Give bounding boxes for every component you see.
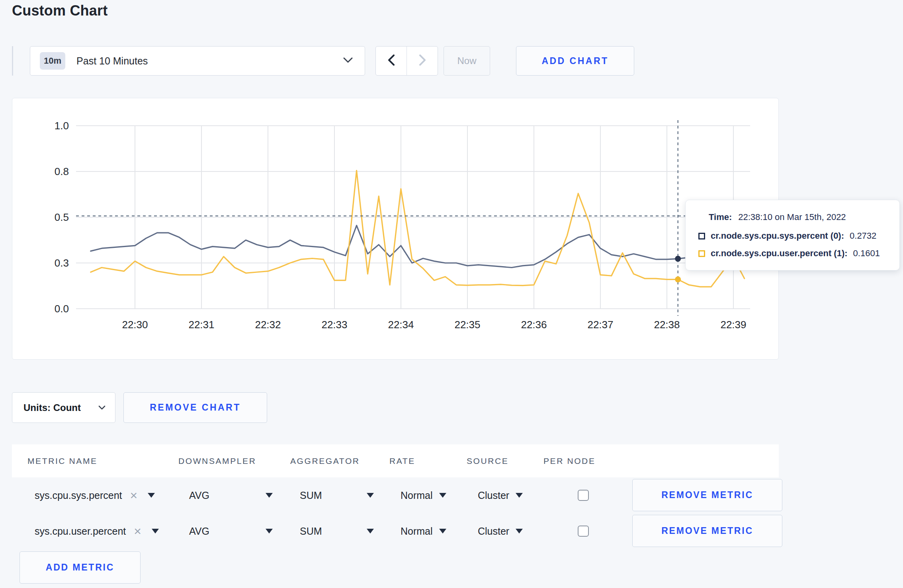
source-value: Cluster <box>478 490 509 501</box>
rate-value: Normal <box>401 526 433 537</box>
remove-metric-button[interactable]: REMOVE METRIC <box>632 515 782 547</box>
metric-row: sys.cpu.user.percent × AVG SUM Normal Cl… <box>12 513 779 549</box>
series-swatch-icon <box>698 250 705 257</box>
downsampler-select[interactable]: AVG <box>189 513 273 549</box>
metric-name-value: sys.cpu.user.percent <box>35 526 126 537</box>
svg-text:0.3: 0.3 <box>55 257 69 269</box>
downsampler-select[interactable]: AVG <box>189 477 273 513</box>
rate-value: Normal <box>401 490 433 501</box>
add-metric-button[interactable]: ADD METRIC <box>20 551 141 584</box>
svg-text:0.0: 0.0 <box>55 303 69 315</box>
metrics-line-chart[interactable]: 0.00.30.50.81.022:3022:3122:3222:3322:34… <box>12 98 779 360</box>
units-select[interactable]: Units: Count <box>12 392 115 423</box>
add-chart-button[interactable]: ADD CHART <box>516 46 634 76</box>
per-node-checkbox[interactable] <box>578 526 589 537</box>
tooltip-series-value: 0.1601 <box>853 248 880 259</box>
dropdown-arrow-icon <box>266 493 273 498</box>
svg-text:22:38: 22:38 <box>654 319 680 331</box>
svg-text:0.8: 0.8 <box>55 165 69 177</box>
chart-tooltip: Time: 22:38:10 on Mar 15th, 2022 cr.node… <box>685 200 900 271</box>
dropdown-arrow-icon <box>266 529 273 533</box>
downsampler-value: AVG <box>189 490 209 501</box>
tooltip-time-value: 22:38:10 on Mar 15th, 2022 <box>738 212 846 222</box>
svg-text:0.5: 0.5 <box>55 211 69 223</box>
tooltip-time-row: Time: 22:38:10 on Mar 15th, 2022 <box>709 211 899 223</box>
svg-text:22:31: 22:31 <box>188 319 214 331</box>
downsampler-value: AVG <box>189 526 209 537</box>
chart-card: 0.00.30.50.81.022:3022:3122:3222:3322:34… <box>12 98 779 360</box>
dropdown-arrow-icon <box>439 493 446 498</box>
time-range-label: Past 10 Minutes <box>76 55 148 67</box>
metrics-table-header: METRIC NAME DOWNSAMPLER AGGREGATOR RATE … <box>12 444 779 477</box>
col-header-metric-name: METRIC NAME <box>27 444 98 477</box>
close-icon[interactable]: × <box>134 525 141 537</box>
chevron-down-icon <box>343 57 353 64</box>
svg-text:1.0: 1.0 <box>55 120 69 132</box>
time-pager <box>375 46 438 76</box>
col-header-aggregator: AGGREGATOR <box>290 444 360 477</box>
per-node-checkbox[interactable] <box>578 490 589 501</box>
rate-select[interactable]: Normal <box>401 513 446 549</box>
col-header-per-node: PER NODE <box>543 444 596 477</box>
dropdown-arrow-icon <box>367 529 374 533</box>
aggregator-select[interactable]: SUM <box>300 477 374 513</box>
aggregator-select[interactable]: SUM <box>300 513 374 549</box>
col-header-rate: RATE <box>389 444 415 477</box>
col-header-source: SOURCE <box>467 444 508 477</box>
svg-text:22:30: 22:30 <box>122 319 148 331</box>
metric-name-select[interactable]: sys.cpu.sys.percent × <box>35 477 155 513</box>
dropdown-arrow-icon[interactable] <box>152 529 159 533</box>
prev-time-button[interactable] <box>376 47 407 75</box>
dropdown-arrow-icon[interactable] <box>148 493 155 498</box>
metric-row: sys.cpu.sys.percent × AVG SUM Normal Clu… <box>12 477 779 513</box>
aggregator-value: SUM <box>300 490 322 501</box>
svg-text:22:37: 22:37 <box>587 319 613 331</box>
custom-chart-page: Custom Chart 10m Past 10 Minutes Now ADD… <box>0 0 903 588</box>
page-title: Custom Chart <box>12 2 108 19</box>
time-range-badge: 10m <box>40 52 65 70</box>
source-select[interactable]: Cluster <box>478 477 523 513</box>
remove-metric-button[interactable]: REMOVE METRIC <box>632 479 782 511</box>
source-select[interactable]: Cluster <box>478 513 523 549</box>
dropdown-arrow-icon <box>516 493 523 498</box>
now-button[interactable]: Now <box>444 46 490 76</box>
col-header-downsampler: DOWNSAMPLER <box>178 444 256 477</box>
tooltip-series-value: 0.2732 <box>850 231 876 241</box>
metric-name-select[interactable]: sys.cpu.user.percent × <box>35 513 159 549</box>
chevron-right-icon <box>419 55 426 67</box>
svg-text:22:32: 22:32 <box>255 319 281 331</box>
units-select-label: Units: Count <box>23 402 81 413</box>
svg-text:22:39: 22:39 <box>720 319 746 331</box>
rate-select[interactable]: Normal <box>401 477 446 513</box>
tooltip-series-row: cr.node.sys.cpu.user.percent (1): 0.1601 <box>698 246 899 261</box>
close-icon[interactable]: × <box>130 489 138 502</box>
svg-text:22:33: 22:33 <box>321 319 347 331</box>
next-time-button[interactable] <box>407 47 438 75</box>
series-swatch-icon <box>698 233 705 239</box>
svg-text:22:35: 22:35 <box>454 319 480 331</box>
chevron-left-icon <box>388 55 395 67</box>
svg-text:22:36: 22:36 <box>521 319 547 331</box>
dropdown-arrow-icon <box>367 493 374 498</box>
time-range-select[interactable]: 10m Past 10 Minutes <box>30 46 365 76</box>
remove-chart-button[interactable]: REMOVE CHART <box>123 392 267 423</box>
tooltip-series-row: cr.node.sys.cpu.sys.percent (0): 0.2732 <box>698 229 899 243</box>
tooltip-time-label: Time: <box>709 212 732 222</box>
svg-text:22:34: 22:34 <box>388 319 414 331</box>
timescale-left-rule <box>12 46 13 76</box>
tooltip-series-name: cr.node.sys.cpu.user.percent (1): <box>711 248 848 259</box>
dropdown-arrow-icon <box>516 529 523 533</box>
metric-name-value: sys.cpu.sys.percent <box>35 490 122 501</box>
tooltip-series-name: cr.node.sys.cpu.sys.percent (0): <box>711 231 844 241</box>
dropdown-arrow-icon <box>439 529 446 533</box>
source-value: Cluster <box>478 526 509 537</box>
aggregator-value: SUM <box>300 526 322 537</box>
chevron-down-icon <box>98 404 106 411</box>
